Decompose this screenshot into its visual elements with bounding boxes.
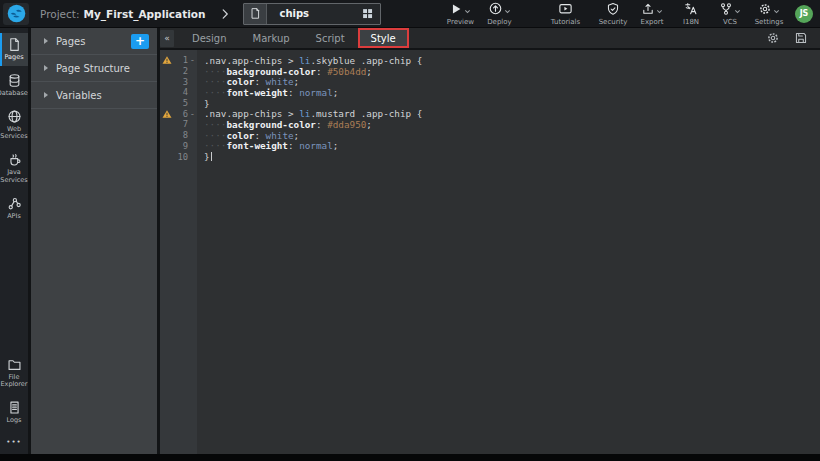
code-line[interactable]: 10} — [160, 151, 820, 162]
caret-down-icon — [773, 8, 780, 15]
sidebar-item-databases[interactable]: Databases — [0, 69, 28, 102]
topbar-action-icon-row — [719, 1, 741, 16]
topbar-action-label: Security — [599, 18, 628, 26]
api-nodes-icon — [7, 196, 22, 211]
explorer-section-page-structure[interactable]: Page Structure — [31, 55, 157, 82]
line-number: 8 — [173, 130, 188, 140]
caret-right-icon — [44, 92, 48, 98]
user-avatar[interactable]: JS — [795, 5, 813, 23]
sidebar-item-apis[interactable]: APIs — [0, 192, 28, 225]
topbar-action-label: Export — [641, 18, 664, 26]
code-line[interactable]: 3····color: white; — [160, 76, 820, 87]
caret-down-icon — [464, 8, 471, 15]
code-text: } — [197, 98, 210, 109]
branch-icon — [719, 2, 733, 16]
sidebar-item-pages[interactable]: Pages — [0, 33, 28, 66]
gear-icon — [758, 2, 772, 16]
database-icon — [7, 73, 22, 88]
page-tab-chips[interactable]: chips — [243, 3, 381, 25]
code-line[interactable]: 5} — [160, 98, 820, 109]
topbar-action-preview[interactable]: Preview — [445, 1, 475, 26]
code-line[interactable]: 7····background-color: #dda950; — [160, 119, 820, 130]
gutter-cell: 4 — [160, 87, 197, 98]
widgets-grid-icon[interactable] — [361, 7, 374, 20]
gutter-cell: 1- — [160, 55, 197, 66]
tab-script[interactable]: Script — [303, 28, 358, 48]
text-cursor — [211, 152, 212, 161]
bottom-bar — [0, 454, 820, 461]
line-number: 10 — [173, 152, 188, 162]
main-area: PagesDatabasesWeb ServicesJava ServicesA… — [0, 28, 820, 454]
line-number: 2 — [173, 66, 188, 76]
collapse-panel-button[interactable]: « — [160, 30, 174, 47]
fold-marker[interactable]: - — [188, 109, 197, 119]
top-bar: Project:My_First_Application chips Previ… — [0, 0, 820, 28]
editor-settings-button[interactable] — [766, 31, 780, 45]
code-line[interactable]: 2····background-color: #50b4dd; — [160, 66, 820, 77]
code-line[interactable]: 1-.nav.app-chips > li.skyblue .app-chip … — [160, 55, 820, 66]
code-line[interactable]: 8····color: white; — [160, 130, 820, 141]
pages-explorer-panel: Pages+Page StructureVariables — [28, 28, 157, 454]
tab-style[interactable]: Style — [358, 28, 409, 48]
line-number: 4 — [173, 87, 188, 97]
line-number: 9 — [173, 141, 188, 151]
add-page-button[interactable]: + — [131, 34, 149, 49]
topbar-action-vcs[interactable]: VCS — [715, 1, 745, 26]
line-number: 1 — [173, 55, 188, 65]
code-text: .nav.app-chips > li.skyblue .app-chip { — [197, 55, 422, 66]
explorer-section-variables[interactable]: Variables — [31, 82, 157, 109]
line-number: 5 — [173, 98, 188, 108]
topbar-action-settings[interactable]: Settings — [754, 1, 784, 26]
topbar-action-deploy[interactable]: Deploy — [484, 1, 514, 26]
explorer-section-pages[interactable]: Pages+ — [31, 28, 157, 55]
sidebar-item-label: APIs — [7, 213, 21, 221]
style-code-editor[interactable]: 1-.nav.app-chips > li.skyblue .app-chip … — [160, 50, 820, 454]
tabbar-spacer — [409, 28, 766, 48]
sidebar-item-logs[interactable]: Logs — [0, 396, 28, 429]
topbar-action-label: Deploy — [487, 18, 512, 26]
sidebar-item-label: Pages — [4, 54, 23, 62]
fold-marker[interactable]: - — [188, 55, 197, 65]
topbar-action-icon-row — [684, 1, 698, 16]
code-text: } — [197, 151, 212, 162]
code-line[interactable]: 4····font-weight: normal; — [160, 87, 820, 98]
gutter-cell: 3 — [160, 76, 197, 87]
caret-right-icon — [44, 65, 48, 71]
warning-icon — [160, 55, 173, 65]
topbar-action-label: VCS — [723, 18, 737, 26]
sidebar-item-label: Databases — [0, 90, 31, 98]
sidebar-item-java-services[interactable]: Java Services — [0, 148, 28, 189]
topbar-action-i18n[interactable]: I18N — [676, 1, 706, 26]
topbar-actions-left: PreviewDeployTutorials — [445, 1, 580, 26]
topbar-action-export[interactable]: Export — [637, 1, 667, 26]
wavemaker-logo-icon[interactable] — [3, 3, 29, 25]
line-number: 3 — [173, 77, 188, 87]
sidebar-more-button[interactable]: ••• — [0, 438, 28, 446]
chevron-right-icon — [219, 8, 231, 20]
explorer-section-label: Variables — [56, 90, 102, 101]
code-text: ····font-weight: normal; — [197, 140, 338, 151]
export-icon — [641, 2, 655, 16]
topbar-action-icon-row — [449, 1, 471, 16]
topbar-action-label: Settings — [755, 18, 784, 26]
tab-markup[interactable]: Markup — [240, 28, 303, 48]
tab-design[interactable]: Design — [179, 28, 240, 48]
explorer-section-label: Page Structure — [56, 63, 130, 74]
sidebar-item-file-explorer[interactable]: File Explorer — [0, 353, 28, 394]
save-button[interactable] — [794, 31, 808, 45]
logs-icon — [7, 400, 22, 415]
caret-right-icon — [44, 38, 48, 44]
folder-icon — [7, 357, 22, 372]
sidebar-item-web-services[interactable]: Web Services — [0, 105, 28, 146]
code-line[interactable]: 9····font-weight: normal; — [160, 141, 820, 152]
code-line[interactable]: 6-.nav.app-chips > li.mustard .app-chip … — [160, 108, 820, 119]
topbar-action-tutorials[interactable]: Tutorials — [550, 1, 580, 26]
sidebar-spacer — [0, 228, 28, 353]
gutter-cell: 8 — [160, 130, 197, 141]
topbar-action-security[interactable]: Security — [598, 1, 628, 26]
line-number: 7 — [173, 119, 188, 129]
editor-toolbar — [766, 28, 808, 48]
code-text: ····background-color: #50b4dd; — [197, 66, 372, 77]
editor-column: « DesignMarkupScriptStyle 1-.nav.app-chi… — [157, 28, 820, 454]
topbar-action-icon-row — [558, 1, 573, 16]
